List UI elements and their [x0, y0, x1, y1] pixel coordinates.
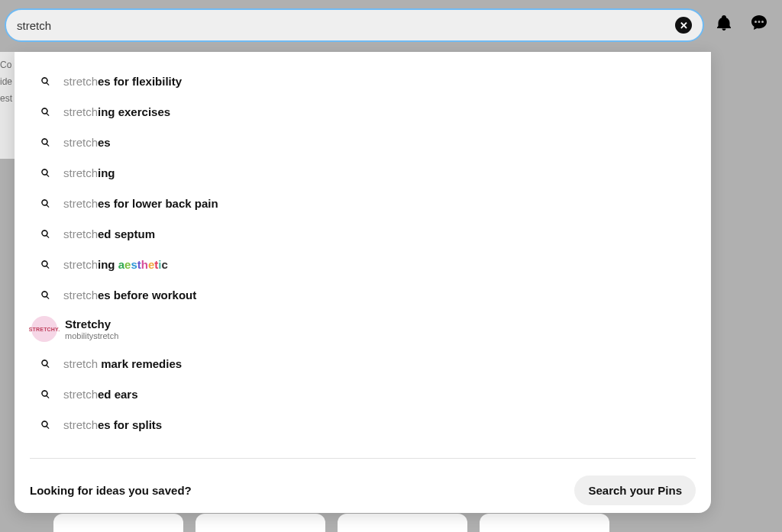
bg-text-3: est — [0, 93, 15, 104]
bg-text-1: Co — [0, 60, 15, 70]
background-cards — [0, 514, 782, 532]
search-icon — [36, 260, 54, 269]
header-actions — [715, 14, 768, 35]
search-icon — [36, 76, 54, 86]
suggestion-text: stretched ears — [63, 388, 138, 401]
suggestion-item[interactable]: stretch mark remedies — [15, 348, 711, 379]
suggestion-item[interactable]: stretching exercises — [15, 96, 711, 127]
avatar: STRETCHY. — [31, 316, 57, 342]
search-bar[interactable]: ✕ — [5, 8, 704, 42]
dropdown-footer: Looking for ideas you saved? Search your… — [15, 459, 711, 505]
search-icon — [36, 229, 54, 239]
bg-text-2: ide — [0, 76, 15, 87]
suggestion-text: stretches for splits — [63, 418, 162, 431]
profile-name: Stretchy — [65, 318, 118, 330]
suggestion-list-after: stretch mark remediesstretched earsstret… — [15, 348, 711, 440]
search-icon — [36, 290, 54, 300]
profile-suggestion[interactable]: STRETCHY. Stretchy mobilitystretch — [15, 310, 711, 348]
suggestion-text: stretch mark remedies — [63, 357, 182, 370]
suggestion-text: stretches — [63, 136, 111, 149]
suggestion-text: stretches before workout — [63, 289, 196, 301]
search-icon — [36, 137, 54, 147]
suggestion-text: stretches for flexibility — [63, 75, 182, 88]
search-icon — [36, 198, 54, 208]
search-icon — [36, 420, 54, 430]
suggestion-item[interactable]: stretched septum — [15, 218, 711, 249]
suggestion-item[interactable]: stretched ears — [15, 379, 711, 409]
suggestion-item[interactable]: stretches for flexibility — [15, 66, 711, 96]
notifications-icon[interactable] — [715, 14, 733, 35]
suggestion-list: stretches for flexibilitystretching exer… — [15, 66, 711, 310]
search-input[interactable] — [17, 10, 675, 40]
suggestion-text: stretching exercises — [63, 105, 170, 118]
suggestion-text: stretched septum — [63, 227, 155, 240]
search-icon — [36, 168, 54, 178]
sidebar-fragment: Co ide est — [0, 52, 15, 159]
suggestion-item[interactable]: stretches — [15, 127, 711, 157]
suggestion-item[interactable]: stretching aesthetic — [15, 249, 711, 279]
suggestion-item[interactable]: stretches for lower back pain — [15, 188, 711, 218]
suggestion-item[interactable]: stretches before workout — [15, 279, 711, 310]
suggestion-item[interactable]: stretching — [15, 157, 711, 188]
search-icon — [36, 389, 54, 399]
search-your-pins-button[interactable]: Search your Pins — [574, 476, 696, 505]
messages-icon[interactable] — [750, 14, 768, 35]
search-icon — [36, 359, 54, 369]
profile-handle: mobilitystretch — [65, 331, 118, 340]
clear-search-button[interactable]: ✕ — [675, 17, 692, 34]
search-icon — [36, 107, 54, 117]
footer-prompt: Looking for ideas you saved? — [30, 484, 192, 497]
suggestion-item[interactable]: stretches for splits — [15, 409, 711, 440]
suggestion-text: stretching aesthetic — [63, 258, 168, 271]
search-suggestions-dropdown: stretches for flexibilitystretching exer… — [15, 52, 711, 513]
suggestion-text: stretching — [63, 166, 115, 179]
suggestion-text: stretches for lower back pain — [63, 197, 218, 210]
profile-text: Stretchy mobilitystretch — [65, 318, 118, 340]
